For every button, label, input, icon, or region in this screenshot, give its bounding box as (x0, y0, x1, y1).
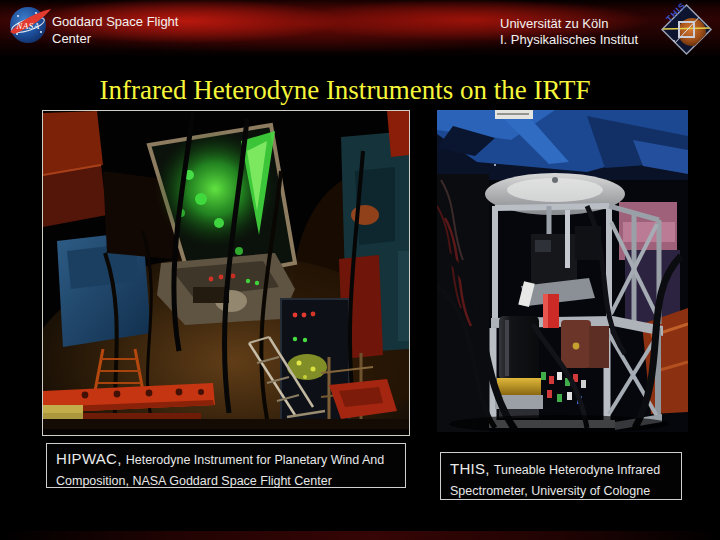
hipwac-acronym: HIPWAC, (56, 450, 122, 467)
slide-title: Infrared Heterodyne Instruments on the I… (90, 74, 600, 106)
presentation-slide: NASA Goddard Space Flight Center Univers… (0, 0, 720, 540)
cologne-line1: Universität zu Köln (500, 16, 638, 32)
cologne-line2: I. Physikalisches Institut (500, 32, 638, 48)
nasa-logo-icon: NASA (8, 4, 52, 46)
this-logo-icon: THIS (658, 1, 715, 58)
hipwac-caption-box: HIPWAC,Heterodyne Instrument for Planeta… (46, 443, 406, 488)
footer-bar (0, 531, 720, 540)
cologne-affiliation: Universität zu Köln I. Physikalisches In… (500, 16, 638, 48)
this-caption-box: THIS,Tuneable Heterodyne Infrared Spectr… (440, 452, 682, 500)
goddard-affiliation: Goddard Space Flight Center (52, 13, 178, 47)
nasa-wordmark: NASA (15, 21, 40, 31)
this-acronym: THIS, (450, 460, 490, 477)
hipwac-photo (42, 110, 410, 436)
this-photo (437, 110, 688, 432)
goddard-line1: Goddard Space Flight (52, 13, 178, 30)
hipwac-photo-art (43, 111, 409, 435)
this-photo-art (437, 110, 688, 432)
header-bar: NASA Goddard Space Flight Center Univers… (0, 0, 720, 58)
goddard-line2: Center (52, 30, 178, 47)
